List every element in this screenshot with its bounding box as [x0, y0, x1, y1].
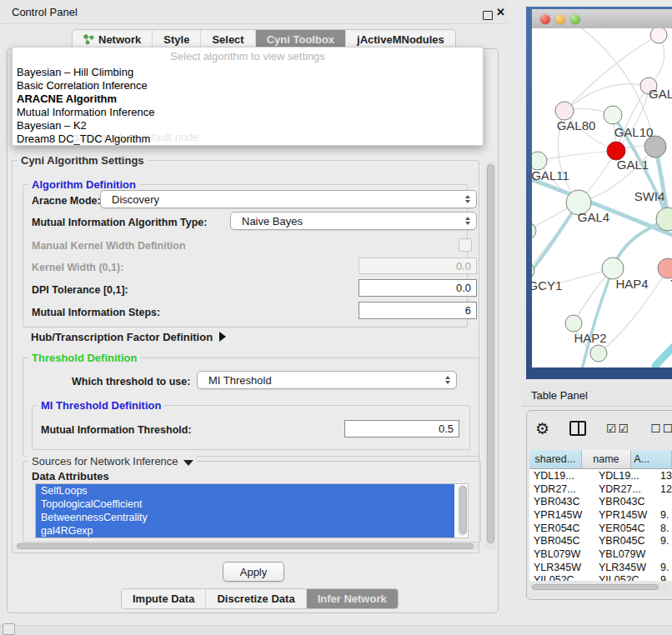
tab-infer-network[interactable]: Infer Network — [307, 589, 398, 608]
control-panel-titlebar: Control Panel ✕ — [0, 0, 509, 24]
table-header-row: shared... name A... — [529, 450, 672, 469]
tab-jactivemnodules-label: jActiveMNodules — [357, 33, 444, 46]
node-gal11[interactable] — [532, 152, 547, 170]
combo-stepper-icon — [465, 217, 470, 225]
tab-impute-data[interactable]: Impute Data — [122, 589, 206, 608]
menu-item[interactable]: Bayesian – K2 — [13, 119, 483, 132]
node-gal10[interactable] — [604, 106, 622, 124]
apply-button-label: Apply — [240, 566, 268, 578]
aracne-mode-combo[interactable]: Discovery — [100, 190, 477, 208]
mi-threshold-label: Mutual Information Threshold: — [41, 424, 192, 436]
which-threshold-value: MI Threshold — [208, 374, 272, 387]
sources-title-row[interactable]: Sources for Network Inference — [28, 455, 197, 468]
hub-definition-disclosure[interactable]: Hub/Transcription Factor Definition — [31, 329, 226, 344]
zoom-traffic-light[interactable] — [570, 14, 580, 24]
columns-icon[interactable] — [569, 421, 586, 436]
which-threshold-combo[interactable]: MI Threshold — [197, 371, 457, 389]
settings-vertical-scrollbar[interactable] — [485, 162, 496, 550]
table-row[interactable]: YBR045CYBR045C9. — [529, 534, 672, 548]
dpi-tolerance-field[interactable]: 0.0 — [359, 279, 477, 297]
settings-horizontal-scrollbar[interactable] — [15, 542, 479, 550]
tab-cyni-toolbox-label: Cyni Toolbox — [267, 33, 334, 46]
network-window-titlebar[interactable] — [532, 9, 672, 29]
apply-button[interactable]: Apply — [223, 562, 284, 582]
mi-steps-value: 6 — [465, 304, 471, 317]
column-header-shared-name[interactable]: shared... — [529, 450, 582, 469]
node-label: GAL1 — [617, 158, 649, 172]
table-panel-title: Table Panel — [531, 389, 588, 402]
list-vertical-scrollbar[interactable] — [458, 485, 467, 536]
data-attributes-label: Data Attributes — [32, 470, 109, 482]
column-header-clipped[interactable]: A... — [631, 450, 672, 469]
network-canvas[interactable]: GAL GAL80 GAL10 GAL1 GAL11 SWI4 GAL4 GCY… — [532, 28, 672, 368]
float-window-icon[interactable] — [483, 11, 493, 20]
aracne-mode-value: Discovery — [112, 193, 159, 206]
table-row[interactable]: YBR043CYBR043C — [529, 495, 672, 508]
data-attributes-list[interactable]: SelfLoops TopologicalCoefficient Between… — [35, 483, 469, 538]
network-icon — [83, 34, 94, 45]
gear-icon[interactable]: ⚙ — [535, 419, 549, 438]
node-label: GAL11 — [532, 168, 569, 182]
list-item[interactable]: TopologicalCoefficient — [36, 498, 454, 511]
table-row[interactable]: YLR345WYLR345W9. — [529, 561, 672, 574]
column-header-name[interactable]: name — [582, 450, 631, 469]
close-traffic-light[interactable] — [540, 14, 550, 24]
algorithm-definition-title: Algorithm Definition — [28, 178, 139, 191]
table-row[interactable]: YBL079WYBL079W — [529, 548, 672, 561]
list-item[interactable]: gal4RGexp — [36, 524, 454, 538]
menu-item[interactable]: Mutual Information Inference — [13, 106, 483, 119]
manual-kernel-checkbox[interactable] — [459, 238, 472, 252]
sources-group: Sources for Network Inference Data Attri… — [23, 461, 481, 542]
cyni-algorithm-settings-group: Cyni Algorithm Settings Algorithm Defini… — [12, 160, 479, 553]
kernel-width-field[interactable]: 0.0 — [359, 258, 477, 274]
mi-type-label: Mutual Information Algorithm Type: — [32, 217, 207, 228]
table-row[interactable]: YER054CYER054C8. — [529, 522, 672, 535]
menu-item[interactable]: ARACNE Algorithm — [13, 92, 483, 106]
node-label: GAL4 — [578, 210, 609, 224]
collapsed-panel-icon[interactable] — [3, 623, 15, 635]
combo-stepper-icon — [465, 195, 470, 203]
dpi-tolerance-value: 0.0 — [456, 282, 471, 294]
node-label: GAL80 — [557, 118, 596, 132]
list-item[interactable]: BetweennessCentrality — [36, 511, 454, 524]
node-label: HAP4 — [615, 277, 648, 291]
deselect-all-checkboxes-icon[interactable]: ☐☐ — [650, 422, 672, 435]
close-icon[interactable]: ✕ — [496, 6, 505, 18]
select-all-checkboxes-icon[interactable]: ☑☑ — [606, 422, 630, 435]
table-row[interactable]: YIL052CYIL052C9 — [529, 574, 672, 582]
node-hap2[interactable] — [565, 315, 582, 332]
table-row[interactable]: YDL19...YDL19...13 — [529, 469, 672, 482]
list-item[interactable]: SelfLoops — [36, 484, 454, 498]
table-horizontal-scrollbar[interactable] — [530, 583, 670, 591]
mi-type-combo[interactable]: Naive Bayes — [230, 212, 477, 230]
menu-item[interactable]: Dream8 DC_TDC Algorithm — [13, 132, 483, 146]
mi-threshold-field[interactable]: 0.5 — [344, 420, 459, 438]
node[interactable] — [650, 28, 667, 43]
minimize-traffic-light[interactable] — [555, 14, 565, 24]
disclosure-right-icon — [219, 332, 226, 342]
table-row[interactable]: YPR145WYPR145W9. — [529, 508, 672, 522]
mi-steps-field[interactable]: 6 — [359, 302, 477, 319]
menu-item[interactable]: Bayesian – Hill Climbing — [13, 66, 483, 79]
network-view-window: GAL GAL80 GAL10 GAL1 GAL11 SWI4 GAL4 GCY… — [526, 7, 672, 379]
tab-discretize-data[interactable]: Discretize Data — [206, 589, 306, 608]
threshold-definition-group: Threshold Definition Which threshold to … — [23, 358, 479, 457]
control-panel-title: Control Panel — [12, 6, 78, 18]
cyni-bottom-tabbar: Impute Data Discretize Data Infer Networ… — [121, 588, 399, 609]
node-label: GAL — [649, 87, 672, 101]
kernel-width-value: 0.0 — [456, 260, 471, 272]
node-gal80[interactable] — [555, 102, 574, 120]
dpi-tolerance-label: DPI Tolerance [0,1]: — [32, 284, 128, 296]
hub-definition-label: Hub/Transcription Factor Definition — [31, 331, 213, 343]
menu-item[interactable]: Basic Correlation Inference — [13, 79, 483, 92]
node[interactable] — [590, 345, 607, 362]
tab-select-label: Select — [212, 33, 243, 46]
table-row[interactable]: YDR27...YDR27...12 — [529, 482, 672, 496]
aracne-mode-label: Aracne Mode: — [32, 195, 101, 207]
node[interactable] — [532, 222, 536, 239]
tab-discretize-data-label: Discretize Data — [217, 592, 294, 605]
manual-kernel-label: Manual Kernel Width Definition — [32, 240, 186, 252]
node-label: GCY1 — [532, 278, 562, 292]
node-label: HAP2 — [574, 331, 606, 345]
node-salmon[interactable] — [658, 258, 672, 278]
